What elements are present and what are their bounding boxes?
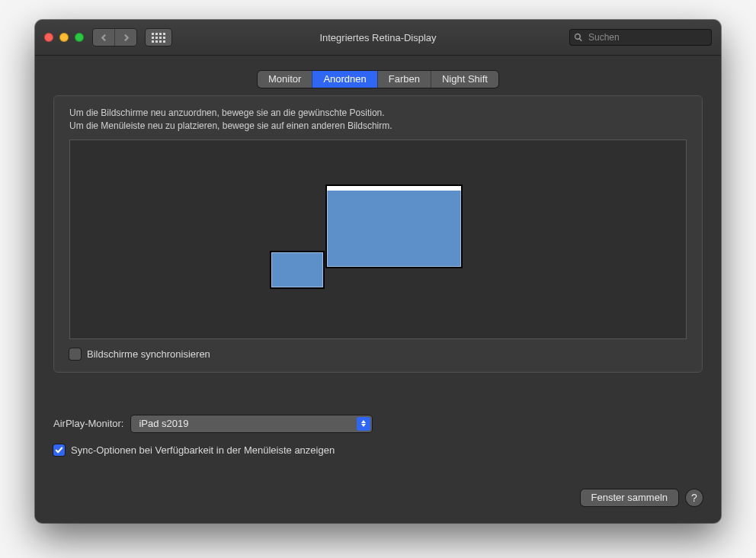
prefs-window: Integriertes Retina-Display MonitorAnord… [35, 20, 721, 523]
zoom-button[interactable] [75, 33, 84, 42]
show-sync-options-label: Sync-Optionen bei Verfügbarkeit in der M… [71, 444, 335, 456]
nav-back-forward [93, 29, 136, 46]
gather-windows-button[interactable]: Fenster sammeln [581, 489, 678, 506]
traffic-lights [44, 33, 84, 42]
show-all-button[interactable] [146, 29, 171, 46]
tab-farben[interactable]: Farben [377, 71, 431, 88]
display-secondary[interactable] [270, 251, 325, 289]
arrange-panel: Um die Bildschirme neu anzuordnen, beweg… [53, 95, 703, 373]
bottom-controls: AirPlay-Monitor: iPad s2019 Sync-Optione… [53, 415, 703, 456]
footer-right: Fenster sammeln ? [581, 489, 703, 506]
stepper-icon [357, 417, 370, 431]
help-button[interactable]: ? [686, 489, 703, 506]
window-body: MonitorAnordnenFarbenNight Shift Um die … [35, 56, 721, 523]
window-toolbar: Integriertes Retina-Display [35, 20, 721, 56]
tab-anordnen[interactable]: Anordnen [312, 71, 376, 88]
tab-segmented-control: MonitorAnordnenFarbenNight Shift [258, 71, 498, 88]
mirror-displays-label: Bildschirme synchronisieren [87, 348, 210, 360]
mirror-displays-checkbox[interactable] [69, 348, 81, 360]
arrange-hint-text: Um die Bildschirme neu anzuordnen, beweg… [69, 107, 687, 133]
nav-back-button[interactable] [93, 29, 114, 46]
nav-forward-button[interactable] [114, 29, 136, 46]
airplay-row: AirPlay-Monitor: iPad s2019 [53, 415, 703, 432]
sync-menu-row: Sync-Optionen bei Verfügbarkeit in der M… [53, 444, 703, 456]
grid-icon [152, 33, 165, 43]
airplay-popup[interactable]: iPad s2019 [131, 415, 372, 432]
mirror-displays-row: Bildschirme synchronisieren [69, 348, 687, 360]
search-icon [574, 33, 583, 42]
tab-monitor[interactable]: Monitor [258, 71, 312, 88]
airplay-selected-value: iPad s2019 [139, 418, 188, 429]
search-field[interactable] [569, 29, 712, 46]
search-input[interactable] [587, 31, 707, 43]
display-primary[interactable] [325, 184, 463, 268]
minimize-button[interactable] [59, 33, 69, 42]
tab-night-shift[interactable]: Night Shift [431, 71, 498, 88]
airplay-label: AirPlay-Monitor: [53, 418, 123, 429]
close-button[interactable] [44, 33, 53, 42]
display-arrange-area[interactable] [69, 140, 687, 339]
show-sync-options-checkbox[interactable] [53, 444, 65, 456]
